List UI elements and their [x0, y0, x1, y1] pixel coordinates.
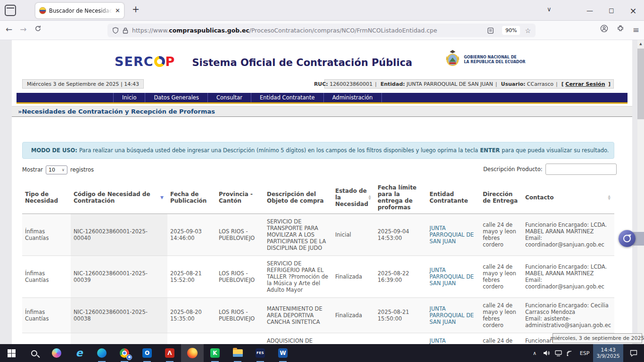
col-fecha-publicacion[interactable]: Fecha de Publicación: [167, 181, 216, 214]
logout-link[interactable]: Cerrar Sesión: [565, 81, 605, 87]
col-codigo[interactable]: Código de Necesidad de Contratación▼: [71, 181, 167, 214]
url-text[interactable]: https://www.compraspublicas.gob.ec/Proce…: [132, 27, 487, 34]
page-scrollbar[interactable]: ▲ ▼: [637, 40, 644, 344]
system-tray: ∧ ESP 14:43 3/9/2025: [528, 344, 644, 362]
start-button[interactable]: [0, 344, 23, 362]
records-per-page-select[interactable]: 10∨: [46, 165, 67, 174]
entity-value: JUNTA PARROQUIAL DE SAN JUAN: [406, 81, 493, 87]
list-tabs-icon[interactable]: ∨: [547, 6, 552, 13]
taskbar-ie-button[interactable]: e: [68, 344, 91, 362]
col-tipo[interactable]: Tipo de Necesidad: [22, 181, 71, 214]
nav-gold-line: [17, 102, 627, 104]
taskbar-firefox-button[interactable]: [181, 344, 204, 362]
taskbar-edge-button[interactable]: [91, 344, 113, 362]
nav-item-inicio[interactable]: Inicio: [113, 93, 145, 102]
col-estado[interactable]: Estado de la Necesidad▲▼: [332, 181, 375, 214]
display-cast-icon[interactable]: [564, 344, 576, 362]
scroll-up-icon[interactable]: ▲: [637, 40, 644, 48]
tab-favicon-icon: [39, 7, 46, 14]
lock-icon[interactable]: [123, 27, 128, 34]
page-viewport: SERCP Sistema Oficial de Contratación Pú…: [0, 40, 644, 344]
product-filter-input[interactable]: [545, 164, 617, 175]
cell-tipo: [22, 333, 71, 345]
col-fecha-limite[interactable]: Fecha límite para la entrega de proforma…: [375, 181, 427, 214]
cell-fecha-limite: 2025-08-22 16:39:00: [375, 256, 427, 298]
cell-codigo: NIC-1260023860001-2025-00040: [71, 214, 167, 256]
taskbar-kaspersky-button[interactable]: K: [204, 344, 226, 362]
tab-close-icon[interactable]: ✕: [115, 7, 120, 14]
language-indicator[interactable]: ESP: [576, 344, 593, 362]
taskbar-word-button[interactable]: W: [272, 344, 294, 362]
menu-hamburger-icon[interactable]: ≡: [633, 25, 639, 34]
user-value: CCarrasco: [527, 81, 553, 87]
col-entidad[interactable]: Entidad Contratante: [427, 181, 480, 214]
entity-link[interactable]: JUNTA: [429, 337, 446, 344]
nav-item-entidad-contratante[interactable]: Entidad Contratante: [251, 93, 324, 102]
table-header-row: Tipo de Necesidad Código de Necesidad de…: [22, 181, 614, 214]
shield-icon[interactable]: [112, 27, 119, 34]
product-filter-label: Descripción Producto:: [483, 166, 543, 173]
taskbar-clock[interactable]: 14:43 3/9/2025: [593, 344, 623, 362]
table-row: Ínfimas Cuantías NIC-1260023860001-2025-…: [22, 298, 614, 333]
sercop-logo: SERCP: [115, 54, 175, 69]
internet-explorer-icon: e: [76, 348, 83, 358]
taskbar-outlook-button[interactable]: O: [136, 344, 158, 362]
accessibility-icon: [622, 233, 632, 244]
zoom-level-badge[interactable]: 90%: [502, 26, 520, 35]
col-provincia[interactable]: Provincia - Cantón: [216, 181, 264, 214]
nav-item-consultar[interactable]: Consultar: [208, 93, 251, 102]
accessibility-widget-button[interactable]: [619, 230, 636, 247]
taskbar-chrome-button[interactable]: [113, 344, 136, 362]
acrobat-icon: Λ: [165, 348, 174, 358]
accessibility-widget[interactable]: [619, 230, 644, 247]
new-tab-button[interactable]: +: [132, 4, 140, 14]
window-minimize-button[interactable]: —: [579, 7, 601, 14]
reader-view-icon[interactable]: [487, 27, 494, 34]
browser-tab[interactable]: Buscador de Necesidades de Co ✕: [35, 3, 124, 18]
system-title: Sistema Oficial de Contratación Pública: [184, 57, 420, 68]
cell-direccion: calle 24 de mayo y leon febres cordero: [480, 214, 522, 256]
entity-link[interactable]: JUNTA PARROQUIAL DE SAN JUAN: [429, 305, 474, 325]
hidden-icons-chevron[interactable]: ∧: [528, 344, 541, 362]
action-center-icon[interactable]: [623, 344, 644, 362]
back-button[interactable]: ←: [6, 25, 12, 34]
taskbar-copilot-button[interactable]: [45, 344, 68, 362]
scrollbar-thumb[interactable]: [637, 49, 644, 119]
col-contacto[interactable]: Contacto▲▼: [522, 181, 614, 214]
sort-both-icon: ▲▼: [369, 195, 372, 200]
product-filter: Descripción Producto:: [483, 164, 617, 175]
window-maximize-button[interactable]: □: [601, 7, 622, 14]
taskbar-acrobat-button[interactable]: Λ: [158, 344, 181, 362]
usage-note-label: MODO DE USO:: [31, 147, 77, 154]
bookmark-star-icon[interactable]: ☆: [525, 27, 531, 34]
taskbar-explorer-button[interactable]: [226, 344, 249, 362]
forward-button[interactable]: →: [20, 25, 26, 34]
account-icon[interactable]: [600, 25, 608, 34]
edge-icon: [97, 348, 107, 358]
taskbar-search-button[interactable]: [23, 344, 45, 362]
firefox-view-icon[interactable]: [5, 5, 16, 16]
cell-contacto: Funcionario Encargado: LCDA. MABEL ARANA…: [522, 214, 614, 256]
extensions-puzzle-icon[interactable]: [617, 25, 624, 34]
cell-fecha-publicacion: 2025-08-20 15:35:00: [167, 298, 216, 333]
col-direccion[interactable]: Dirección de Entrega: [480, 181, 522, 214]
url-bar[interactable]: https://www.compraspublicas.gob.ec/Proce…: [107, 24, 536, 37]
nav-item-datos-generales[interactable]: Datos Generales: [145, 93, 207, 102]
reload-button[interactable]: [34, 25, 41, 34]
entity-link[interactable]: JUNTA PARROQUIAL DE SAN JUAN: [429, 267, 474, 287]
network-icon[interactable]: [553, 344, 564, 362]
cell-descripcion: ADQUISICION DE: [264, 333, 332, 345]
copilot-icon: [52, 348, 61, 358]
clock-date: 3/9/2025: [596, 353, 619, 359]
window-close-button[interactable]: ×: [622, 6, 644, 16]
entity-link[interactable]: JUNTA PARROQUIAL DE SAN JUAN: [429, 225, 474, 245]
cell-fecha-publicacion: [167, 333, 216, 345]
outlook-icon: O: [142, 348, 152, 358]
nav-item-administracion[interactable]: Administración: [324, 93, 382, 102]
col-descripcion[interactable]: Descripción del Objeto de compra: [264, 181, 332, 214]
tab-title: Buscador de Necesidades de Co: [49, 8, 112, 14]
cell-fecha-publicacion: 2025-08-21 15:52:00: [167, 256, 216, 298]
taskbar: e O Λ K FES W ∧ ESP 14:43 3/9/2025: [0, 344, 644, 362]
volume-icon[interactable]: [541, 344, 553, 362]
taskbar-fes-button[interactable]: FES: [249, 344, 272, 362]
